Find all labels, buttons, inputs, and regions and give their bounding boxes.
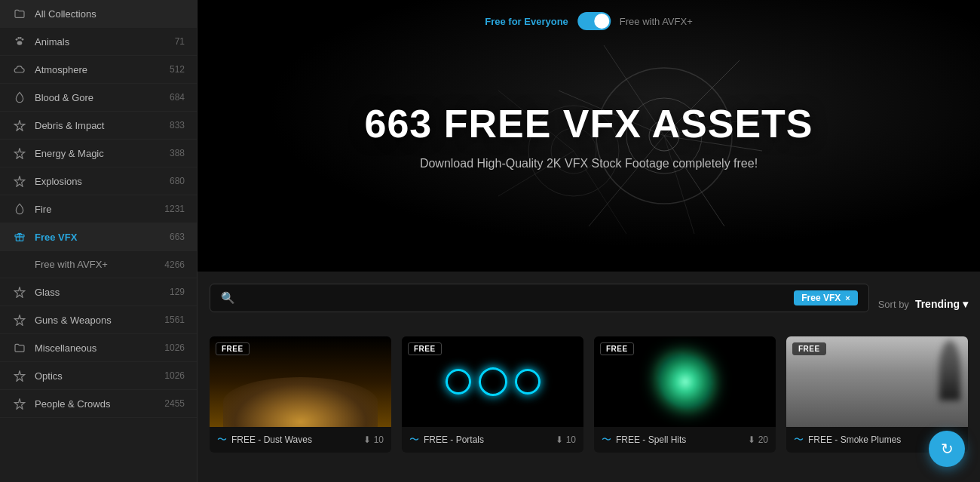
sidebar-item-fire[interactable]: Fire1231 [0, 195, 197, 223]
sidebar-count-free-avfx: 4266 [164, 259, 185, 270]
sidebar-item-all-collections[interactable]: All Collections [0, 0, 197, 28]
toggle-knob [594, 14, 609, 29]
asset-card-portals[interactable]: FREE〜FREE - Portals⬇10 [402, 336, 583, 453]
sidebar-label-free-vfx: Free VFX [35, 232, 170, 243]
wave-icon: 〜 [409, 433, 419, 447]
blood-gore-icon [12, 91, 27, 103]
sidebar-count-atmosphere: 512 [170, 64, 185, 75]
sidebar-item-animals[interactable]: Animals71 [0, 28, 197, 56]
sidebar-label-energy-magic: Energy & Magic [35, 148, 170, 159]
search-bar: 🔍 Free VFX × [210, 284, 869, 312]
asset-label-dust-waves: FREE - Dust Waves [231, 434, 312, 445]
sidebar-item-debris-impact[interactable]: Debris & Impact833 [0, 112, 197, 140]
sidebar-count-optics: 1026 [164, 370, 185, 381]
fire-icon [12, 203, 27, 215]
sidebar-count-debris-impact: 833 [170, 120, 185, 130]
free-badge-smoke-plumes: FREE [792, 342, 826, 355]
hero-subtitle: Download High-Quality 2K VFX Stock Foota… [364, 157, 813, 170]
main-content: Free for Everyone Free with AVFX+ 663 FR… [198, 0, 980, 482]
sidebar-count-blood-gore: 684 [170, 92, 185, 103]
sidebar-label-explosions: Explosions [35, 176, 170, 187]
sidebar-label-people-crowds: People & Crowds [35, 398, 164, 410]
hero-banner: Free for Everyone Free with AVFX+ 663 FR… [198, 0, 980, 272]
asset-name-smoke-plumes: 〜FREE - Smoke Plumes [794, 433, 901, 447]
sidebar-label-guns-weapons: Guns & Weapons [35, 315, 164, 326]
free-badge-spell-hits: FREE [600, 342, 634, 355]
debris-impact-icon [12, 119, 27, 131]
sidebar-label-fire: Fire [35, 204, 164, 215]
sidebar-count-miscellaneous: 1026 [164, 342, 185, 353]
sidebar-count-fire: 1231 [164, 204, 185, 214]
sidebar-item-free-avfx[interactable]: Free with AVFX+4266 [0, 251, 197, 278]
animals-icon [12, 35, 27, 48]
wave-icon: 〜 [602, 433, 611, 447]
asset-count-spell-hits: ⬇20 [748, 434, 768, 445]
sidebar-label-glass: Glass [35, 287, 170, 298]
asset-thumb-smoke-plumes: FREE [786, 336, 968, 427]
asset-count-dust-waves: ⬇10 [363, 434, 384, 445]
sidebar-item-glass[interactable]: Glass129 [0, 278, 197, 306]
sidebar-label-free-avfx: Free with AVFX+ [35, 259, 164, 270]
sidebar-item-guns-weapons[interactable]: Guns & Weapons1561 [0, 306, 197, 334]
sort-select[interactable]: Trending ▾ [915, 298, 968, 310]
sidebar-item-miscellaneous[interactable]: Miscellaneous1026 [0, 334, 197, 362]
explosions-icon [12, 175, 27, 187]
asset-thumb-dust-waves: FREE [210, 336, 391, 427]
guns-weapons-icon [12, 314, 27, 326]
sidebar-item-blood-gore[interactable]: Blood & Gore684 [0, 84, 197, 112]
svg-point-4 [17, 41, 23, 45]
sidebar-item-free-vfx[interactable]: Free VFX663 [0, 223, 197, 251]
filter-tag-close[interactable]: × [845, 293, 850, 302]
asset-count-val-spell-hits: 20 [758, 434, 768, 445]
asset-count-val-portals: 10 [566, 434, 576, 445]
asset-thumb-portals: FREE [402, 336, 583, 427]
download-icon: ⬇ [748, 434, 755, 445]
sidebar-count-guns-weapons: 1561 [164, 315, 185, 325]
asset-info-portals: 〜FREE - Portals⬇10 [402, 427, 583, 453]
hero-content: 663 FREE VFX ASSETS Download High-Qualit… [364, 101, 813, 170]
atmosphere-icon [12, 63, 27, 75]
all-collections-icon [12, 8, 27, 20]
sidebar-item-energy-magic[interactable]: Energy & Magic388 [0, 140, 197, 167]
filter-tag-label: Free VFX [801, 293, 841, 303]
download-icon: ⬇ [363, 434, 371, 445]
sidebar-label-all-collections: All Collections [35, 8, 185, 20]
search-input[interactable] [243, 293, 788, 304]
sidebar-count-animals: 71 [175, 36, 185, 47]
asset-name-portals: 〜FREE - Portals [409, 433, 484, 447]
asset-label-smoke-plumes: FREE - Smoke Plumes [808, 434, 901, 445]
sort-bar: Sort by Trending ▾ [878, 298, 968, 310]
asset-card-spell-hits[interactable]: FREE〜FREE - Spell Hits⬇20 [594, 336, 776, 453]
miscellaneous-icon [12, 342, 27, 354]
asset-label-spell-hits: FREE - Spell Hits [616, 434, 686, 445]
energy-magic-icon [12, 147, 27, 159]
asset-name-spell-hits: 〜FREE - Spell Hits [602, 433, 686, 447]
sidebar-count-energy-magic: 388 [170, 148, 185, 158]
sidebar-label-miscellaneous: Miscellaneous [35, 342, 164, 354]
sidebar-item-atmosphere[interactable]: Atmosphere512 [0, 56, 197, 84]
asset-name-dust-waves: 〜FREE - Dust Waves [217, 433, 312, 447]
refresh-icon: ↻ [941, 440, 954, 458]
sidebar-item-people-crowds[interactable]: People & Crowds2455 [0, 390, 197, 418]
free-badge-portals: FREE [408, 342, 442, 355]
toggle-switch[interactable] [577, 12, 611, 30]
free-toggle: Free for Everyone Free with AVFX+ [485, 12, 692, 30]
sidebar-count-free-vfx: 663 [170, 232, 185, 242]
optics-icon [12, 370, 27, 382]
hero-title: 663 FREE VFX ASSETS [364, 101, 813, 146]
asset-card-dust-waves[interactable]: FREE〜FREE - Dust Waves⬇10 [210, 336, 391, 453]
sidebar-label-blood-gore: Blood & Gore [35, 92, 170, 103]
people-crowds-icon [12, 398, 27, 410]
asset-count-val-dust-waves: 10 [374, 434, 384, 445]
svg-point-3 [22, 38, 24, 41]
sort-label: Sort by [878, 299, 909, 310]
sort-value: Trending [915, 298, 960, 310]
fab-button[interactable]: ↻ [929, 431, 965, 467]
asset-info-dust-waves: 〜FREE - Dust Waves⬇10 [210, 427, 391, 453]
wave-icon: 〜 [217, 433, 227, 447]
wave-icon: 〜 [794, 433, 804, 447]
filter-tag[interactable]: Free VFX × [794, 290, 857, 305]
sidebar-item-explosions[interactable]: Explosions680 [0, 167, 197, 195]
free-vfx-icon [12, 231, 27, 243]
sidebar-item-optics[interactable]: Optics1026 [0, 362, 197, 390]
